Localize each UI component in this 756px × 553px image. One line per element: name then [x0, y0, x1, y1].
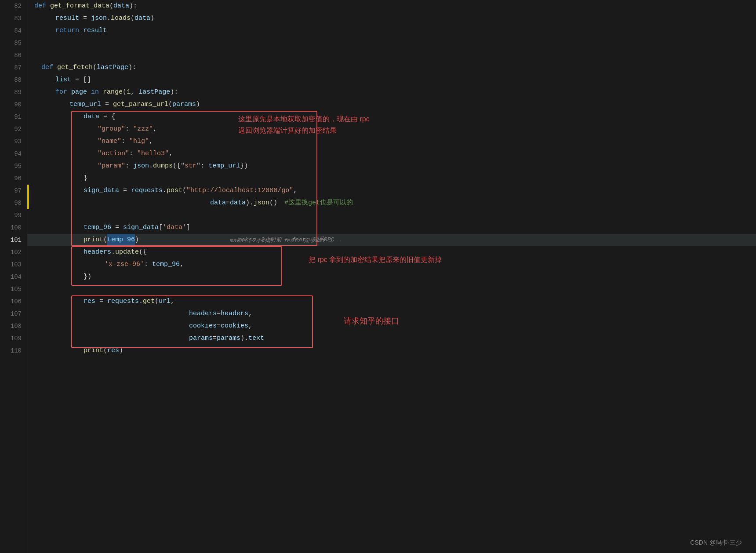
line-num-109: 109 — [0, 332, 27, 345]
code-line-103: 'x-zse-96': temp_96, — [27, 258, 756, 271]
line-num-103: 103 — [0, 258, 27, 271]
line-num-104: 104 — [0, 271, 27, 283]
line-num-91: 91 — [0, 111, 27, 123]
line-num-95: 95 — [0, 160, 27, 172]
line-num-84: 84 — [0, 25, 27, 37]
line-num-102: 102 — [0, 246, 27, 258]
line-num-90: 90 — [0, 98, 27, 111]
code-line-84: return result — [27, 25, 756, 37]
code-line-99 — [27, 209, 756, 222]
line-num-106: 106 — [0, 295, 27, 308]
code-line-89: for page in range(1, lastPage): — [27, 86, 756, 98]
git-blame-text: makss，2小时前 • feat: 知乎RPC … — [229, 236, 333, 244]
code-line-92: "group": "zzz", — [27, 123, 756, 135]
code-line-95: "param": json.dumps({"str": temp_url}) — [27, 160, 756, 172]
code-line-98: data=data).json()#这里换get也是可以的 — [27, 197, 756, 209]
code-line-104: }) — [27, 271, 756, 283]
code-line-102: headers.update({ — [27, 246, 756, 258]
line-num-87: 87 — [0, 62, 27, 74]
code-line-88: list = [] — [27, 74, 756, 86]
line-num-101: 101 — [0, 234, 27, 246]
code-line-91: data = { — [27, 111, 756, 123]
code-line-101: print(temp_96) makss，2小时前 • feat: 知乎RPC … — [27, 234, 756, 246]
line-num-98: 98 — [0, 197, 27, 209]
code-line-110: print(res) — [27, 345, 756, 357]
code-line-109: params=params).text — [27, 332, 756, 345]
code-line-106: res = requests.get(url, — [27, 295, 756, 308]
line-num-88: 88 — [0, 74, 27, 86]
line-num-107: 107 — [0, 308, 27, 320]
line-num-89: 89 — [0, 86, 27, 98]
code-line-97: sign_data = requests.post("http://localh… — [27, 185, 756, 197]
code-line-105 — [27, 283, 756, 295]
line-num-100: 100 — [0, 222, 27, 234]
line-num-99: 99 — [0, 209, 27, 222]
code-line-94: "action": "hello3", — [27, 148, 756, 160]
line-num-86: 86 — [0, 49, 27, 62]
code-line-86 — [27, 49, 756, 62]
code-line-108: cookies=cookies, — [27, 320, 756, 332]
line-num-108: 108 — [0, 320, 27, 332]
code-line-93: "name": "hlg", — [27, 135, 756, 148]
line-num-85: 85 — [0, 37, 27, 49]
line-num-105: 105 — [0, 283, 27, 295]
code-content[interactable]: def get_format_data(data): result = json… — [27, 0, 756, 553]
line-num-83: 83 — [0, 12, 27, 25]
code-line-100: temp_96 = sign_data['data'] — [27, 222, 756, 234]
line-num-110: 110 — [0, 345, 27, 357]
line-numbers: 82 83 84 85 86 87 88 89 90 91 92 93 94 9… — [0, 0, 27, 553]
code-line-82: def get_format_data(data): — [27, 0, 756, 12]
code-line-87: def get_fetch(lastPage): — [27, 62, 756, 74]
line-num-93: 93 — [0, 135, 27, 148]
line-num-94: 94 — [0, 148, 27, 160]
code-editor: 82 83 84 85 86 87 88 89 90 91 92 93 94 9… — [0, 0, 756, 553]
code-line-90: temp_url = get_params_url(params) — [27, 98, 756, 111]
line-num-97: 97 — [0, 185, 27, 197]
watermark: CSDN @玛卡·三少 — [683, 536, 749, 549]
code-line-85 — [27, 37, 756, 49]
code-line-83: result = json.loads(data) — [27, 12, 756, 25]
line-num-96: 96 — [0, 172, 27, 185]
line-num-82: 82 — [0, 0, 27, 12]
code-line-96: } — [27, 172, 756, 185]
line-num-92: 92 — [0, 123, 27, 135]
code-line-107: headers=headers, — [27, 308, 756, 320]
